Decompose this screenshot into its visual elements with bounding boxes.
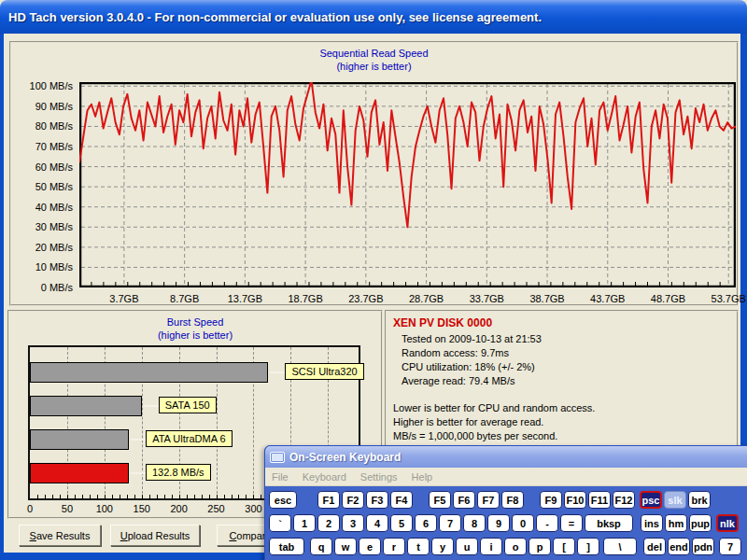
key-2[interactable]: 2: [317, 514, 340, 532]
key-F12[interactable]: F12: [613, 491, 635, 509]
sequential-chart-title: Sequential Read Speed: [11, 48, 737, 59]
osk-menu-help[interactable]: Help: [412, 471, 433, 483]
note-line: Lower is better for CPU and random acces…: [393, 401, 730, 415]
key-F7[interactable]: F7: [477, 491, 500, 509]
key-F11[interactable]: F11: [588, 491, 611, 509]
sequential-read-panel: Sequential Read Speed (higher is better)…: [9, 41, 739, 306]
key-o[interactable]: o: [504, 538, 527, 555]
key-r[interactable]: r: [383, 538, 405, 555]
key-u[interactable]: u: [456, 538, 478, 555]
key-F10[interactable]: F10: [564, 491, 586, 509]
burst-x-tick-label: 200: [170, 503, 187, 514]
key-pup[interactable]: pup: [689, 514, 712, 532]
osk-key-area: escF1F2F3F4F5F6F7F8F9F10F11F12pscslkbrk`…: [265, 486, 747, 555]
key-e[interactable]: e: [359, 538, 381, 555]
burst-x-tick-label: 150: [134, 503, 150, 514]
key-p[interactable]: p: [529, 538, 551, 555]
key-t[interactable]: t: [407, 538, 430, 555]
y-tick-label: 40 MB/s: [13, 202, 73, 213]
osk-menu-file[interactable]: File: [272, 471, 289, 483]
key-8[interactable]: 8: [463, 514, 486, 532]
key--[interactable]: -: [536, 514, 558, 532]
osk-title: On-Screen Keyboard: [289, 451, 401, 464]
key-brk[interactable]: brk: [688, 491, 711, 509]
key-0[interactable]: 0: [512, 514, 534, 532]
key-q[interactable]: q: [310, 538, 332, 555]
burst-minor-tick: [253, 495, 254, 498]
bar-label-connector: [131, 439, 146, 441]
key-tab[interactable]: tab: [269, 538, 304, 555]
key-pdn[interactable]: pdn: [692, 538, 714, 555]
y-tick-label: 10 MB/s: [13, 261, 73, 273]
note-line: MB/s = 1,000,000 bytes per second.: [393, 429, 730, 443]
key-w[interactable]: w: [334, 538, 357, 555]
key-ins[interactable]: ins: [641, 514, 663, 532]
key-1[interactable]: 1: [293, 514, 316, 532]
burst-minor-tick: [202, 495, 203, 498]
burst-chart-title: Burst Speed: [9, 316, 381, 328]
y-tick-label: 90 MB/s: [13, 101, 73, 112]
key-hm[interactable]: hm: [665, 514, 687, 532]
key-bksp[interactable]: bksp: [585, 514, 633, 532]
key-F8[interactable]: F8: [501, 491, 524, 509]
burst-minor-tick: [187, 495, 188, 498]
burst-x-tick-label: 100: [96, 503, 113, 514]
burst-minor-tick: [37, 495, 38, 498]
x-tick-label: 8.7GB: [170, 293, 199, 304]
key-F4[interactable]: F4: [390, 491, 413, 509]
note-line: Higher is better for average read.: [393, 415, 730, 429]
key-`[interactable]: `: [269, 514, 291, 532]
burst-minor-tick: [157, 495, 158, 498]
osk-menu-settings[interactable]: Settings: [360, 471, 398, 483]
y-tick-label: 30 MB/s: [13, 221, 73, 232]
x-tick-label: 53.7GB: [712, 293, 746, 304]
key-][interactable]: ]: [577, 538, 599, 555]
key-nlk[interactable]: nlk: [716, 514, 739, 532]
key-slk[interactable]: slk: [664, 491, 686, 509]
stat-line: CPU utilization: 18% (+/- 2%): [393, 360, 730, 374]
x-tick-label: 28.7GB: [409, 293, 444, 304]
sequential-chart-x-axis-labels: 3.7GB8.7GB13.7GB18.7GB23.7GB28.7GB33.7GB…: [79, 293, 736, 306]
osk-titlebar[interactable]: On-Screen Keyboard: [265, 446, 747, 468]
key-y[interactable]: y: [431, 538, 454, 555]
osk-menu-keyboard[interactable]: Keyboard: [303, 471, 346, 483]
burst-minor-tick: [149, 495, 150, 498]
burst-x-tick-label: 50: [62, 503, 73, 514]
stat-line: Random access: 9.7ms: [393, 346, 730, 360]
stat-line: Tested on 2009-10-13 at 21:53: [393, 332, 730, 346]
key-F3[interactable]: F3: [366, 491, 388, 509]
key-\[interactable]: \: [603, 538, 637, 555]
keyboard-row: escF1F2F3F4F5F6F7F8F9F10F11F12pscslkbrk: [269, 491, 747, 509]
burst-minor-tick: [52, 495, 53, 498]
y-tick-label: 50 MB/s: [13, 181, 73, 192]
key-9[interactable]: 9: [487, 514, 510, 532]
key-=[interactable]: =: [560, 514, 583, 532]
key-esc[interactable]: esc: [269, 491, 297, 509]
key-i[interactable]: i: [480, 538, 502, 555]
save-results-button[interactable]: Save Results: [19, 525, 101, 546]
key-F5[interactable]: F5: [429, 491, 451, 509]
key-[[interactable]: [: [553, 538, 575, 555]
key-F2[interactable]: F2: [342, 491, 364, 509]
key-del[interactable]: del: [643, 538, 666, 555]
key-5[interactable]: 5: [390, 514, 413, 532]
key-7[interactable]: 7: [719, 538, 741, 555]
burst-minor-tick: [112, 495, 113, 498]
key-4[interactable]: 4: [366, 514, 388, 532]
key-F9[interactable]: F9: [540, 491, 562, 509]
key-7[interactable]: 7: [439, 514, 461, 532]
y-tick-label: 20 MB/s: [13, 242, 73, 253]
on-screen-keyboard-window[interactable]: On-Screen Keyboard FileKeyboardSettingsH…: [264, 445, 747, 560]
key-3[interactable]: 3: [342, 514, 364, 532]
burst-minor-tick: [246, 495, 247, 498]
burst-minor-tick: [179, 495, 180, 498]
key-end[interactable]: end: [668, 538, 690, 555]
key-F6[interactable]: F6: [453, 491, 475, 509]
key-F1[interactable]: F1: [317, 491, 340, 509]
stat-line: Average read: 79.4 MB/s: [393, 374, 730, 388]
key-psc[interactable]: psc: [640, 491, 662, 509]
main-window-titlebar[interactable]: HD Tach version 3.0.4.0 - For non-commer…: [0, 0, 747, 34]
key-6[interactable]: 6: [415, 514, 437, 532]
burst-x-tick-label: 250: [207, 503, 224, 514]
upload-results-button[interactable]: Upload Results: [110, 525, 200, 546]
